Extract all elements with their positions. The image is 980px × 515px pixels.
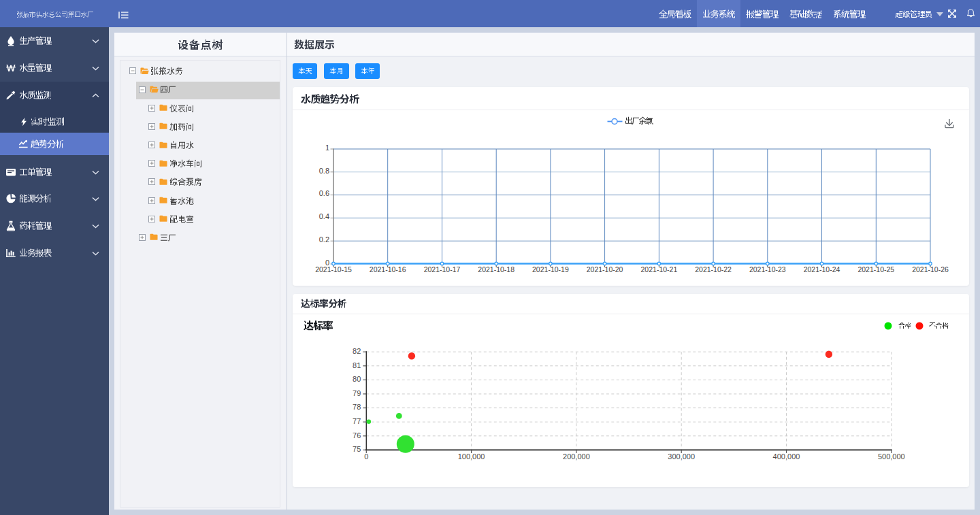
svg-text:2021-10-23: 2021-10-23 [749, 265, 786, 273]
svg-text:200,000: 200,000 [563, 452, 590, 461]
svg-text:2021-10-17: 2021-10-17 [424, 265, 461, 273]
svg-text:82: 82 [353, 347, 361, 355]
svg-text:2021-10-18: 2021-10-18 [478, 265, 514, 273]
svg-text:75: 75 [353, 445, 361, 453]
svg-text:2021-10-24: 2021-10-24 [804, 265, 840, 273]
svg-text:400,000: 400,000 [773, 452, 800, 461]
svg-text:0.8: 0.8 [319, 167, 329, 175]
svg-text:1: 1 [325, 144, 329, 152]
svg-text:77: 77 [353, 417, 361, 425]
svg-text:2021-10-20: 2021-10-20 [587, 265, 623, 273]
svg-text:2021-10-22: 2021-10-22 [695, 265, 732, 273]
svg-text:2021-10-26: 2021-10-26 [912, 265, 949, 273]
svg-text:2021-10-16: 2021-10-16 [370, 265, 406, 273]
svg-text:2021-10-25: 2021-10-25 [858, 265, 894, 273]
svg-text:76: 76 [353, 431, 361, 439]
svg-text:0.4: 0.4 [319, 212, 329, 220]
svg-text:500,000: 500,000 [878, 452, 905, 461]
svg-text:100,000: 100,000 [458, 452, 485, 461]
svg-text:2021-10-19: 2021-10-19 [532, 265, 569, 273]
svg-text:0.6: 0.6 [319, 189, 329, 197]
svg-text:78: 78 [353, 403, 361, 411]
svg-text:300,000: 300,000 [668, 452, 695, 461]
svg-text:80: 80 [353, 375, 361, 383]
svg-text:0: 0 [364, 452, 368, 461]
svg-text:81: 81 [353, 361, 361, 369]
svg-text:2021-10-15: 2021-10-15 [315, 265, 352, 273]
svg-text:2021-10-21: 2021-10-21 [641, 265, 678, 273]
svg-text:0.2: 0.2 [319, 235, 329, 244]
svg-text:79: 79 [353, 389, 361, 397]
